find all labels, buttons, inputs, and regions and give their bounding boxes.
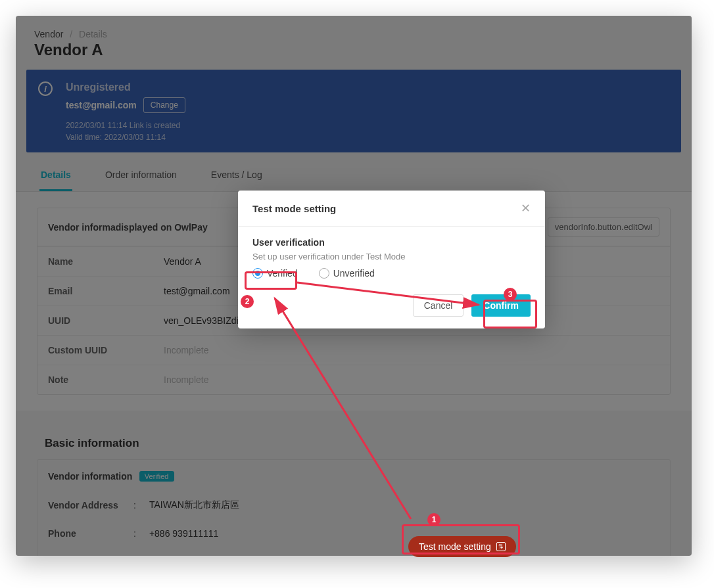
modal-title: Test mode setting xyxy=(252,203,336,214)
cancel-button[interactable]: Cancel xyxy=(413,294,464,317)
kv-key-name: Name xyxy=(48,256,164,267)
annotation-badge-2: 2 xyxy=(241,295,254,308)
status-banner: i Unregistered test@gmail.com Change 202… xyxy=(26,70,681,152)
test-mode-modal: Test mode setting ✕ User verification Se… xyxy=(238,191,545,328)
close-icon[interactable]: ✕ xyxy=(521,202,531,214)
radio-icon xyxy=(252,268,263,279)
page-title: Vendor A xyxy=(16,39,692,70)
radio-verified-label: Verified xyxy=(267,268,298,279)
vendor-info-header: Vendor informadisplayed on OwlPay xyxy=(48,222,208,233)
radio-verified[interactable]: Verified xyxy=(252,268,298,279)
tab-order-info[interactable]: Order information xyxy=(104,160,178,191)
kv-val-address: TAIWAN新北市新店區 xyxy=(149,499,239,511)
breadcrumb-root[interactable]: Vendor xyxy=(34,29,63,39)
modal-section-sub: Set up user verification under Test Mode xyxy=(252,252,531,261)
test-mode-setting-button[interactable]: Test mode setting ⇅ xyxy=(408,536,516,557)
banner-email: test@gmail.com xyxy=(66,100,137,110)
tabs: Details Order information Events / Log xyxy=(16,160,692,192)
sliders-icon: ⇅ xyxy=(496,542,506,551)
change-button[interactable]: Change xyxy=(143,97,185,113)
status-badge: Unregistered xyxy=(66,81,668,93)
basic-info-header: Vendor information xyxy=(48,471,132,482)
kv-val-name: Vendor A xyxy=(164,256,201,267)
tab-details[interactable]: Details xyxy=(39,160,72,191)
kv-key-address: Vendor Address xyxy=(48,500,133,510)
breadcrumb: Vendor / Details xyxy=(16,16,692,39)
kv-key-note: Note xyxy=(48,374,164,385)
breadcrumb-current: Details xyxy=(79,29,107,39)
kv-key-cuuid: Custom UUID xyxy=(48,345,164,355)
basic-info-card: Vendor information Verified Vendor Addre… xyxy=(37,459,671,556)
banner-meta2: Valid time: 2022/03/03 11:14 xyxy=(66,131,668,143)
confirm-button[interactable]: Confirm xyxy=(471,294,531,317)
info-icon: i xyxy=(38,81,53,96)
kv-val-note: Incomplete xyxy=(164,374,208,385)
tab-events[interactable]: Events / Log xyxy=(210,160,264,191)
kv-val-email: test@gmail.com xyxy=(164,286,230,296)
annotation-badge-3: 3 xyxy=(504,288,517,301)
kv-key-phone: Phone xyxy=(48,528,133,539)
modal-section-title: User verification xyxy=(252,237,531,248)
banner-meta1: 2022/03/01 11:14 Link is created xyxy=(66,120,668,131)
annotation-badge-1: 1 xyxy=(427,513,440,526)
kv-val-uuid: ven_OLEv93BIZdiT xyxy=(164,315,244,326)
verified-badge: Verified xyxy=(139,471,174,482)
kv-val-phone: +886 939111111 xyxy=(149,528,219,539)
breadcrumb-sep: / xyxy=(70,29,72,39)
basic-info-title: Basic information xyxy=(45,437,692,450)
radio-icon xyxy=(319,268,329,279)
kv-key-email: Email xyxy=(48,286,164,296)
test-mode-setting-label: Test mode setting xyxy=(419,541,491,552)
kv-key-uuid: UUID xyxy=(48,315,164,326)
kv-val-cuuid: Incomplete xyxy=(164,345,208,355)
radio-unverified-label: Unverified xyxy=(333,268,375,279)
edit-owlpay-button[interactable]: vendorInfo.button.editOwl xyxy=(548,217,659,237)
radio-unverified[interactable]: Unverified xyxy=(319,268,375,279)
